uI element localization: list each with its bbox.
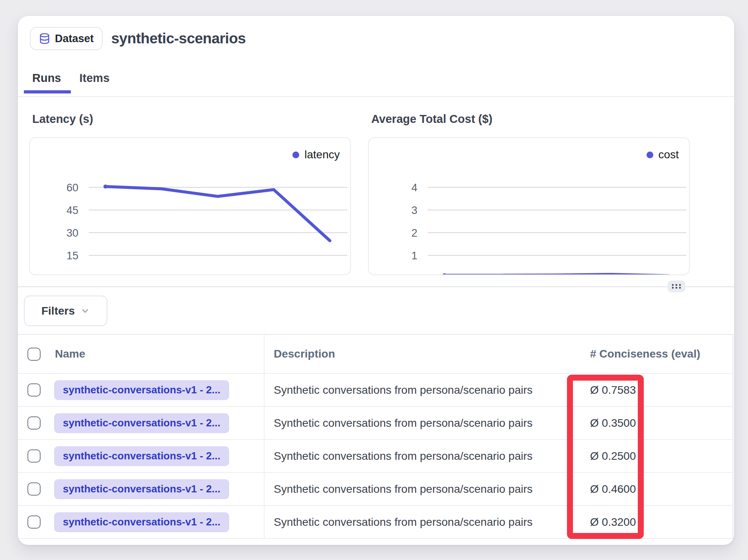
cost-legend-label: cost — [658, 148, 679, 161]
row-checkbox[interactable] — [27, 449, 41, 463]
cost-legend-dot-icon — [647, 152, 653, 158]
tab-runs[interactable]: Runs — [32, 72, 61, 92]
svg-text:2: 2 — [411, 227, 417, 239]
row-checkbox[interactable] — [27, 383, 41, 397]
tab-bar: Runs Items — [32, 72, 109, 92]
charts-section-divider — [18, 286, 734, 287]
cost-line-plot: 4321 — [369, 138, 689, 274]
run-name-link[interactable]: synthetic-conversations-v1 - 2... — [54, 380, 229, 400]
latency-chart: 60453015 latency — [29, 137, 351, 275]
table-row[interactable]: synthetic-conversations-v1 - 2... Synthe… — [18, 440, 733, 473]
row-checkbox[interactable] — [27, 482, 41, 496]
runs-table: Name Description # Conciseness (eval) sy… — [18, 334, 734, 539]
svg-text:1: 1 — [411, 250, 417, 262]
latency-legend-dot-icon — [292, 152, 299, 158]
cost-chart: 4321 cost — [368, 137, 690, 275]
dataset-card: Dataset synthetic-scenarios Runs Items L… — [18, 16, 734, 545]
conciseness-value: Ø 0.7583 — [590, 384, 636, 397]
run-description: Synthetic conversations from persona/sce… — [274, 450, 533, 463]
svg-text:30: 30 — [66, 227, 78, 239]
svg-text:45: 45 — [66, 204, 78, 216]
chevron-down-icon — [80, 306, 90, 316]
conciseness-value: Ø 0.4600 — [590, 483, 636, 496]
tabs-divider — [18, 96, 734, 97]
conciseness-value: Ø 0.2500 — [590, 450, 636, 463]
table-row[interactable]: synthetic-conversations-v1 - 2... Synthe… — [18, 473, 733, 506]
run-name-link[interactable]: synthetic-conversations-v1 - 2... — [54, 413, 229, 433]
run-name-link[interactable]: synthetic-conversations-v1 - 2... — [54, 479, 229, 499]
select-all-checkbox[interactable] — [27, 348, 41, 361]
run-description: Synthetic conversations from persona/sce… — [274, 516, 533, 529]
table-header-row: Name Description # Conciseness (eval) — [18, 334, 733, 374]
run-name-link[interactable]: synthetic-conversations-v1 - 2... — [54, 512, 229, 532]
page-header: Dataset synthetic-scenarios — [30, 27, 246, 50]
column-header-name[interactable]: Name — [55, 348, 85, 360]
filters-button-label: Filters — [41, 305, 75, 317]
column-header-conciseness[interactable]: # Conciseness (eval) — [590, 348, 700, 360]
svg-text:4: 4 — [411, 182, 417, 194]
database-icon — [39, 33, 51, 45]
tab-items[interactable]: Items — [80, 72, 110, 92]
table-row[interactable]: synthetic-conversations-v1 - 2... Synthe… — [18, 374, 733, 407]
svg-text:15: 15 — [66, 250, 78, 262]
run-description: Synthetic conversations from persona/sce… — [274, 384, 533, 397]
conciseness-value: Ø 0.3500 — [590, 417, 636, 430]
latency-legend-label: latency — [304, 148, 340, 161]
row-checkbox[interactable] — [27, 416, 41, 430]
svg-text:60: 60 — [66, 182, 78, 194]
cost-legend: cost — [647, 148, 679, 161]
run-description: Synthetic conversations from persona/sce… — [274, 483, 533, 496]
drag-handle[interactable] — [668, 280, 685, 292]
run-description: Synthetic conversations from persona/sce… — [274, 417, 533, 430]
filters-button[interactable]: Filters — [24, 296, 107, 326]
dataset-badge: Dataset — [30, 27, 103, 50]
table-row[interactable]: synthetic-conversations-v1 - 2... Synthe… — [18, 506, 733, 539]
table-row[interactable]: synthetic-conversations-v1 - 2... Synthe… — [18, 407, 733, 440]
conciseness-value: Ø 0.3200 — [590, 516, 636, 529]
run-name-link[interactable]: synthetic-conversations-v1 - 2... — [54, 446, 229, 466]
grip-dots-icon — [671, 283, 682, 290]
page-title: synthetic-scenarios — [111, 30, 246, 47]
latency-chart-title: Latency (s) — [32, 113, 93, 126]
row-checkbox[interactable] — [27, 515, 41, 529]
column-header-description[interactable]: Description — [274, 348, 335, 360]
svg-text:3: 3 — [411, 204, 417, 216]
latency-legend: latency — [292, 148, 340, 161]
active-tab-indicator — [24, 90, 71, 93]
cost-chart-title: Average Total Cost ($) — [371, 113, 493, 126]
badge-label: Dataset — [55, 33, 94, 45]
